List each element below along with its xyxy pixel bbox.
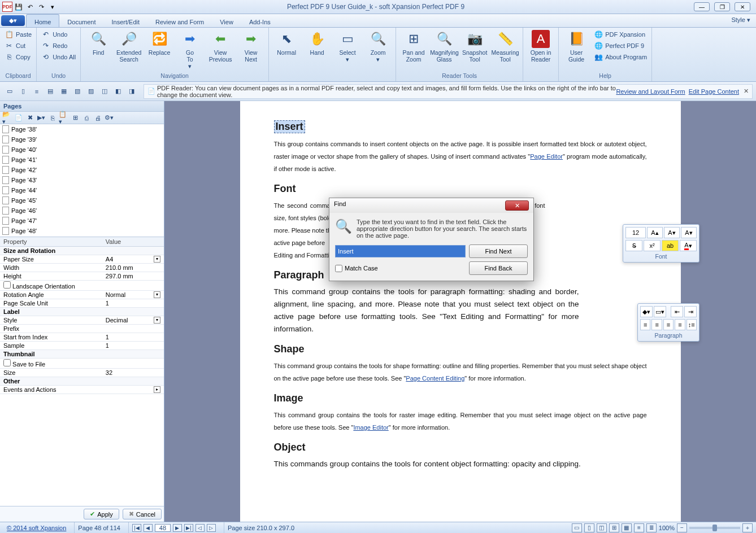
nav-next-icon[interactable]: ▶ [173, 524, 182, 532]
about-program-button[interactable]: 👥About Program [593, 51, 648, 63]
tab-review[interactable]: Review and Form [147, 14, 212, 27]
prop-save-file[interactable]: Save to File [0, 359, 164, 369]
page-number-field[interactable]: 48 [155, 524, 171, 532]
nav-back-icon[interactable]: ◁ [195, 524, 205, 532]
tab-insert-edit[interactable]: Insert/Edit [103, 14, 147, 27]
page-list-item[interactable]: Page '46' [0, 206, 164, 216]
cut-button[interactable]: ✂Cut [3, 40, 33, 51]
tool-6-icon[interactable]: ▧ [71, 85, 84, 98]
pages-tool-5-icon[interactable]: ⎘ [47, 113, 58, 123]
qat-dropdown-icon[interactable]: ▾ [47, 2, 58, 12]
line-spacing-icon[interactable]: ↕≡ [687, 319, 697, 330]
view-mode-6-icon[interactable]: ≡ [634, 523, 644, 532]
page-list-item[interactable]: Page '42' [0, 165, 164, 175]
tab-document[interactable]: Document [59, 14, 103, 27]
zoom-slider[interactable] [689, 527, 740, 529]
tool-8-icon[interactable]: ◫ [98, 85, 111, 98]
align-center-icon[interactable]: ≡ [651, 319, 662, 330]
close-button[interactable]: ✕ [735, 2, 750, 11]
pages-tool-2-icon[interactable]: 📄 [14, 113, 24, 123]
hand-tool-button[interactable]: ✋Hand [303, 29, 331, 56]
page-list-item[interactable]: Page '41' [0, 155, 164, 165]
val-height[interactable]: 297.0 mm [102, 272, 164, 281]
font-decrease-icon[interactable]: A▾ [664, 227, 680, 238]
document-view[interactable]: Insert This group contains commands to i… [164, 101, 756, 522]
strike-icon[interactable]: S̶ [625, 240, 642, 251]
tab-home[interactable]: Home [26, 14, 59, 27]
find-input[interactable] [335, 245, 466, 257]
tool-1-icon[interactable]: ▭ [3, 85, 16, 98]
goto-button[interactable]: ➡Go To▾ [176, 29, 204, 70]
magnifying-glass-button[interactable]: 🔍Magnifying Glass [430, 29, 458, 63]
page-editor-link[interactable]: Page Editor [530, 153, 563, 160]
tab-view[interactable]: View [212, 14, 241, 27]
pages-tool-4-icon[interactable]: ▶▾ [36, 113, 46, 123]
apply-button[interactable]: ✔Apply [84, 509, 119, 519]
nav-fwd-icon[interactable]: ▷ [207, 524, 216, 532]
qat-undo-icon[interactable]: ↶ [25, 2, 35, 12]
view-mode-4-icon[interactable]: ⊞ [609, 523, 619, 532]
pages-tool-7-icon[interactable]: ⊞ [70, 113, 80, 123]
view-mode-5-icon[interactable]: ▦ [622, 523, 632, 532]
indent-dec-icon[interactable]: ⇤ [671, 306, 683, 317]
page-list-item[interactable]: Page '38' [0, 124, 164, 134]
zoom-tool-button[interactable]: 🔍Zoom▾ [364, 29, 392, 63]
page-list-item[interactable]: Page '44' [0, 185, 164, 195]
style-menu[interactable]: Style ▾ [725, 14, 756, 27]
infobar-close-icon[interactable]: ✕ [744, 88, 749, 95]
normal-tool-button[interactable]: ⬉Normal [272, 29, 301, 56]
find-next-button[interactable]: Find Next [469, 244, 528, 258]
extended-search-button[interactable]: 🔎Extended Search [115, 29, 143, 63]
tool-2-icon[interactable]: ▯ [17, 85, 29, 98]
pan-zoom-button[interactable]: ⊞Pan and Zoom [399, 29, 428, 63]
edit-page-content-link[interactable]: Edit Page Content [689, 88, 739, 95]
view-previous-button[interactable]: ⬅View Previous [206, 29, 234, 63]
page-content-editing-link[interactable]: Page Content Editing [406, 375, 464, 382]
find-close-button[interactable]: ✕ [505, 200, 529, 211]
align-left-icon[interactable]: ≡ [640, 319, 650, 330]
nav-first-icon[interactable]: |◀ [132, 524, 141, 532]
tool-3-icon[interactable]: ≡ [31, 85, 43, 98]
tool-9-icon[interactable]: ◧ [112, 85, 124, 98]
user-guide-button[interactable]: 📙User Guide [562, 29, 590, 63]
font-increase-icon[interactable]: A▴ [647, 227, 663, 238]
tab-addins[interactable]: Add-Ins [241, 14, 279, 27]
val-events[interactable]: ▸ [102, 386, 164, 394]
measuring-tool-button[interactable]: 📏Measuring Tool [491, 29, 519, 63]
page-list-item[interactable]: Page '47' [0, 216, 164, 226]
val-start[interactable]: 1 [102, 333, 164, 342]
val-prefix[interactable] [102, 325, 164, 333]
pages-tool-3-icon[interactable]: ✖ [25, 113, 35, 123]
view-mode-3-icon[interactable]: ◫ [597, 523, 607, 532]
undo-button[interactable]: ↶Undo [40, 29, 77, 40]
align-right-icon[interactable]: ≡ [663, 319, 674, 330]
font-color-icon[interactable]: A▾ [680, 240, 697, 251]
pdf-xpansion-link[interactable]: 🌐PDF Xpansion [593, 29, 648, 40]
pages-tool-add-icon[interactable]: 📂▾ [2, 113, 12, 123]
app-menu-button[interactable]: ◆▾ [1, 15, 25, 26]
nav-last-icon[interactable]: ▶| [184, 524, 193, 532]
match-case-checkbox[interactable]: Match Case [335, 265, 466, 272]
zoom-in-button[interactable]: ＋ [742, 523, 753, 532]
pages-tool-8-icon[interactable]: ⎙ [81, 113, 92, 123]
super-icon[interactable]: x² [644, 240, 661, 251]
qat-redo-icon[interactable]: ↷ [36, 2, 46, 12]
val-thumb-size[interactable]: 32 [102, 369, 164, 377]
view-mode-1-icon[interactable]: ▭ [572, 523, 582, 532]
image-editor-link[interactable]: Image Editor [353, 424, 388, 431]
tool-5-icon[interactable]: ▦ [58, 85, 70, 98]
maximize-button[interactable]: ❐ [714, 2, 730, 11]
copyright-link[interactable]: © 2014 soft Xpansion [7, 525, 66, 531]
paste-button[interactable]: 📋Paste [3, 29, 33, 40]
review-layout-link[interactable]: Review and Layout Form [616, 88, 685, 95]
font-style-icon[interactable]: A▾ [681, 227, 697, 238]
val-sample[interactable]: 1 [102, 342, 164, 350]
page-list-item[interactable]: Page '45' [0, 195, 164, 206]
page-list-item[interactable]: Page '40' [0, 145, 164, 155]
page-list-item[interactable]: Page '43' [0, 175, 164, 185]
pages-tool-6-icon[interactable]: 📋▾ [59, 113, 69, 123]
view-next-button[interactable]: ➡View Next [237, 29, 265, 63]
val-rotation[interactable]: Normal▾ [102, 291, 164, 299]
snapshot-tool-button[interactable]: 📷Snapshot Tool [460, 29, 489, 63]
pages-tool-10-icon[interactable]: ⚙▾ [104, 113, 114, 123]
